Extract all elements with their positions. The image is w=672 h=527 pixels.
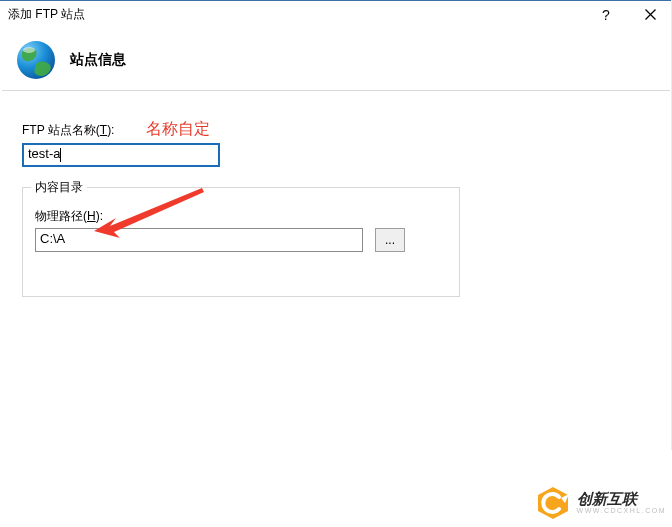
physical-path-input[interactable]: C:\A — [35, 228, 363, 252]
site-name-label: FTP 站点名称(T): — [22, 122, 114, 139]
physical-path-value: C:\A — [40, 231, 65, 246]
help-button[interactable]: ? — [584, 1, 628, 28]
globe-icon — [14, 38, 58, 82]
window-titlebar: 添加 FTP 站点 ? — [0, 0, 672, 28]
watermark-brand-en: WWW.CDCXHL.COM — [577, 507, 666, 515]
close-button[interactable] — [628, 1, 672, 28]
site-name-label-row: FTP 站点名称(T): 名称自定 — [22, 119, 650, 140]
content-area: FTP 站点名称(T): 名称自定 test-a 内容目录 物理路径(H): C… — [0, 91, 672, 297]
content-directory-group: 内容目录 物理路径(H): C:\A ... — [22, 187, 460, 297]
content-directory-legend: 内容目录 — [31, 179, 87, 196]
watermark-text: 创新互联 WWW.CDCXHL.COM — [577, 491, 666, 515]
browse-button[interactable]: ... — [375, 228, 405, 252]
site-name-input[interactable]: test-a — [22, 143, 220, 167]
site-name-value: test-a — [28, 146, 61, 161]
header-title: 站点信息 — [70, 51, 126, 69]
window-title: 添加 FTP 站点 — [8, 6, 85, 23]
site-name-annotation: 名称自定 — [146, 119, 210, 140]
svg-point-3 — [23, 47, 35, 53]
physical-path-label: 物理路径(H): — [35, 208, 447, 225]
dialog-header: 站点信息 — [0, 28, 672, 90]
watermark-badge-icon — [535, 485, 571, 521]
text-caret — [60, 148, 61, 162]
physical-path-row: C:\A ... — [35, 228, 447, 252]
watermark: 创新互联 WWW.CDCXHL.COM — [512, 479, 672, 527]
browse-button-label: ... — [385, 234, 395, 246]
close-icon — [645, 9, 656, 20]
watermark-brand-cn: 创新互联 — [577, 491, 666, 508]
